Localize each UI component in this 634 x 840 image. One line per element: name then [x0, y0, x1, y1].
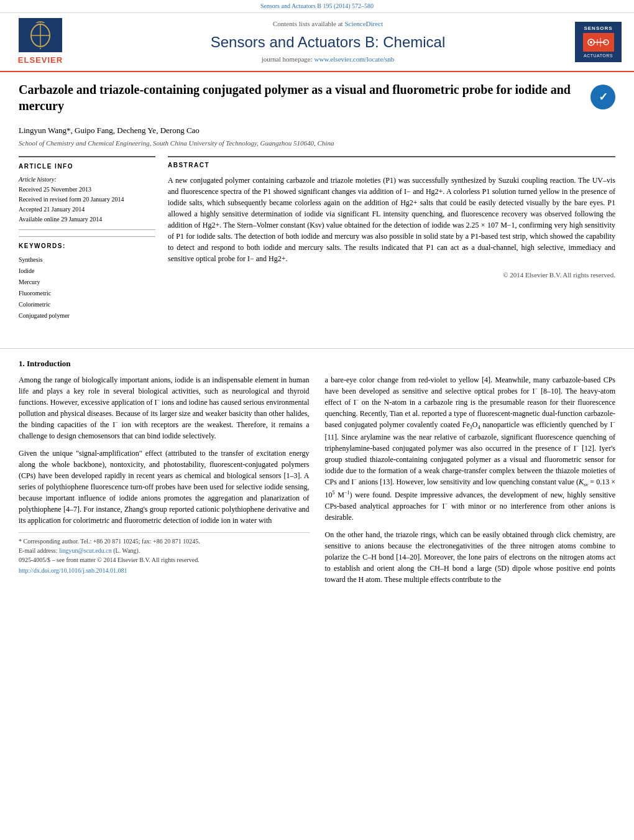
elsevier-tree-icon — [22, 21, 59, 50]
svg-rect-0 — [22, 21, 59, 50]
body-paragraph-2: Given the unique "signal-amplification" … — [19, 448, 310, 526]
journal-main-title: Sensors and Actuators B: Chemical — [81, 32, 575, 53]
body-left-column: Among the range of biologically importan… — [19, 374, 310, 591]
body-right-column: a bare-eye color change from red-violet … — [325, 374, 616, 591]
keyword-mercury: Mercury — [19, 277, 155, 288]
abstract-section: ABSTRACT A new conjugated polymer contai… — [168, 156, 615, 280]
header-doi: Sensors and Actuators B 195 (2014) 572–5… — [0, 0, 634, 13]
abstract-title: ABSTRACT — [168, 161, 615, 170]
crossmark-badge: ✓ — [590, 85, 615, 109]
keyword-iodide: Iodide — [19, 265, 155, 277]
sensors-graphic-icon — [585, 34, 612, 50]
footnote-email: E-mail address: lingyun@scut.edu.cn (L. … — [19, 546, 310, 555]
abstract-text: A new conjugated polymer containing carb… — [168, 175, 615, 264]
journal-header: ELSEVIER Contents lists available at Sci… — [0, 13, 634, 72]
body-paragraph-4: On the other hand, the triazole rings, w… — [325, 529, 616, 585]
doi-text: Sensors and Actuators B 195 (2014) 572–5… — [260, 2, 374, 9]
keyword-synthesis: Synthesis — [19, 254, 155, 265]
body-content: 1. Introduction Among the range of biolo… — [0, 358, 634, 604]
keywords-box: Keywords: Synthesis Iodide Mercury Fluor… — [19, 236, 155, 326]
journal-homepage-link[interactable]: www.elsevier.com/locate/snb — [315, 55, 395, 63]
article-info-title: ARTICLE INFO — [19, 162, 155, 171]
contents-available-text: Contents lists available at ScienceDirec… — [81, 19, 575, 29]
svg-text:✓: ✓ — [599, 91, 608, 103]
keyword-conjugated-polymer: Conjugated polymer — [19, 310, 155, 321]
svg-point-1 — [33, 22, 48, 39]
author-email-link[interactable]: lingyun@scut.edu.cn — [59, 547, 112, 554]
received-revised-date: Received in revised form 20 January 2014 — [19, 195, 155, 205]
article-info-box: ARTICLE INFO Article history: Received 2… — [19, 156, 155, 230]
body-paragraph-3: a bare-eye color change from red-violet … — [325, 374, 616, 523]
elsevier-logo: ELSEVIER — [12, 18, 68, 66]
elsevier-logo-graphic — [19, 18, 62, 52]
journal-homepage: journal homepage: www.elsevier.com/locat… — [81, 55, 575, 64]
footnote-section: * Corresponding author. Tel.: +86 20 871… — [19, 532, 310, 575]
actuators-logo-text: AcTuators — [584, 53, 613, 59]
body-two-column: Among the range of biologically importan… — [19, 374, 615, 591]
received-date: Received 25 November 2013 — [19, 185, 155, 195]
sensors-logo-inner — [583, 33, 614, 52]
available-online-date: Available online 29 January 2014 — [19, 215, 155, 224]
history-label: Article history: — [19, 175, 155, 185]
accepted-date: Accepted 21 January 2014 — [19, 205, 155, 215]
keyword-colorimetric: Colorimetric — [19, 299, 155, 310]
page-container: Sensors and Actuators B 195 (2014) 572–5… — [0, 0, 634, 604]
article-title: Carbazole and triazole-containing conjug… — [19, 81, 581, 114]
keywords-title: Keywords: — [19, 242, 155, 251]
authors: Lingyun Wang*, Guipo Fang, Decheng Ye, D… — [19, 125, 615, 136]
crossmark-icon: ✓ — [592, 86, 614, 108]
elsevier-label: ELSEVIER — [18, 55, 63, 66]
footnote-star: * Corresponding author. Tel.: +86 20 871… — [19, 537, 310, 546]
doi-line[interactable]: http://dx.doi.org/10.1016/j.snb.2014.01.… — [19, 566, 310, 575]
sensors-actuators-logo: SENSORS AcTuators — [575, 22, 622, 62]
journal-title-center: Contents lists available at ScienceDirec… — [81, 19, 575, 64]
section1-title: 1. Introduction — [19, 358, 615, 369]
copyright: © 2014 Elsevier B.V. All rights reserved… — [168, 270, 615, 280]
article-info-content: Article history: Received 25 November 20… — [19, 175, 155, 224]
keyword-fluorometric: Fluorometric — [19, 288, 155, 299]
keywords-list: Synthesis Iodide Mercury Fluorometric Co… — [19, 254, 155, 321]
issn-line: 0925-4005/$ – see front matter © 2014 El… — [19, 555, 310, 565]
right-column: ABSTRACT A new conjugated polymer contai… — [168, 156, 615, 326]
article-container: Carbazole and triazole-containing conjug… — [0, 72, 634, 339]
article-columns: ARTICLE INFO Article history: Received 2… — [19, 156, 615, 326]
article-title-section: Carbazole and triazole-containing conjug… — [19, 81, 615, 119]
separator — [0, 348, 634, 349]
left-column: ARTICLE INFO Article history: Received 2… — [19, 156, 155, 326]
svg-point-4 — [34, 33, 47, 43]
body-paragraph-1: Among the range of biologically importan… — [19, 374, 310, 441]
sciencedirect-link[interactable]: ScienceDirect — [344, 20, 383, 27]
affiliation: School of Chemistry and Chemical Enginee… — [19, 139, 615, 148]
sensors-logo-text: SENSORS — [584, 25, 612, 32]
svg-point-8 — [590, 41, 592, 44]
